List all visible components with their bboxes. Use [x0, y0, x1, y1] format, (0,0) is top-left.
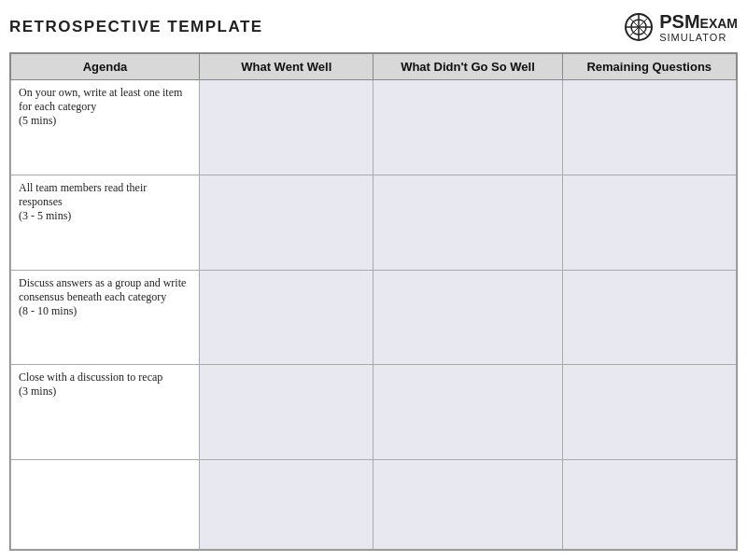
questions-cell-1[interactable] [562, 80, 737, 175]
page: RETROSPECTIVE TEMPLATE PSMEXAM SIMULATOR [0, 0, 747, 560]
col-header-didnt-go: What Didn't Go So Well [374, 54, 562, 80]
went-well-cell-2[interactable] [200, 175, 374, 270]
went-well-cell-1[interactable] [200, 80, 374, 175]
agenda-cell-1[interactable]: On your own, write at least one item for… [11, 80, 200, 175]
didnt-go-cell-1[interactable] [374, 80, 562, 175]
retrospective-table: Agenda What Went Well What Didn't Go So … [10, 53, 737, 550]
col-header-went-well: What Went Well [200, 54, 374, 80]
logo-simulator: SIMULATOR [659, 32, 738, 43]
went-well-cell-5[interactable] [200, 459, 374, 549]
agenda-cell-5[interactable] [11, 459, 200, 549]
questions-cell-5[interactable] [562, 459, 737, 549]
questions-cell-4[interactable] [562, 365, 737, 460]
agenda-cell-2[interactable]: All team members read their responses(3 … [11, 175, 200, 270]
table-row: Close with a discussion to recap(3 mins) [11, 365, 737, 460]
logo-exam: EXAM [700, 16, 738, 31]
table-wrapper: Agenda What Went Well What Didn't Go So … [9, 52, 738, 551]
table-row: Discuss answers as a group and write con… [11, 270, 737, 365]
didnt-go-cell-2[interactable] [374, 175, 562, 270]
psm-logo-icon [624, 12, 654, 42]
table-row: All team members read their responses(3 … [11, 175, 737, 270]
logo: PSMEXAM SIMULATOR [624, 11, 738, 43]
table-row: On your own, write at least one item for… [11, 80, 737, 175]
questions-cell-2[interactable] [562, 175, 737, 270]
agenda-cell-3[interactable]: Discuss answers as a group and write con… [11, 270, 200, 365]
didnt-go-cell-4[interactable] [374, 365, 562, 460]
went-well-cell-4[interactable] [200, 365, 374, 460]
col-header-questions: Remaining Questions [562, 54, 737, 80]
logo-text: PSMEXAM SIMULATOR [659, 11, 738, 43]
header: RETROSPECTIVE TEMPLATE PSMEXAM SIMULATOR [9, 11, 738, 43]
didnt-go-cell-5[interactable] [374, 459, 562, 549]
col-header-agenda: Agenda [11, 54, 200, 80]
questions-cell-3[interactable] [562, 270, 737, 365]
table-header-row: Agenda What Went Well What Didn't Go So … [11, 54, 737, 80]
agenda-cell-4[interactable]: Close with a discussion to recap(3 mins) [11, 365, 200, 460]
logo-psm: PSM [659, 11, 699, 32]
page-title: RETROSPECTIVE TEMPLATE [9, 18, 263, 36]
table-row [11, 459, 737, 549]
went-well-cell-3[interactable] [200, 270, 374, 365]
didnt-go-cell-3[interactable] [374, 270, 562, 365]
